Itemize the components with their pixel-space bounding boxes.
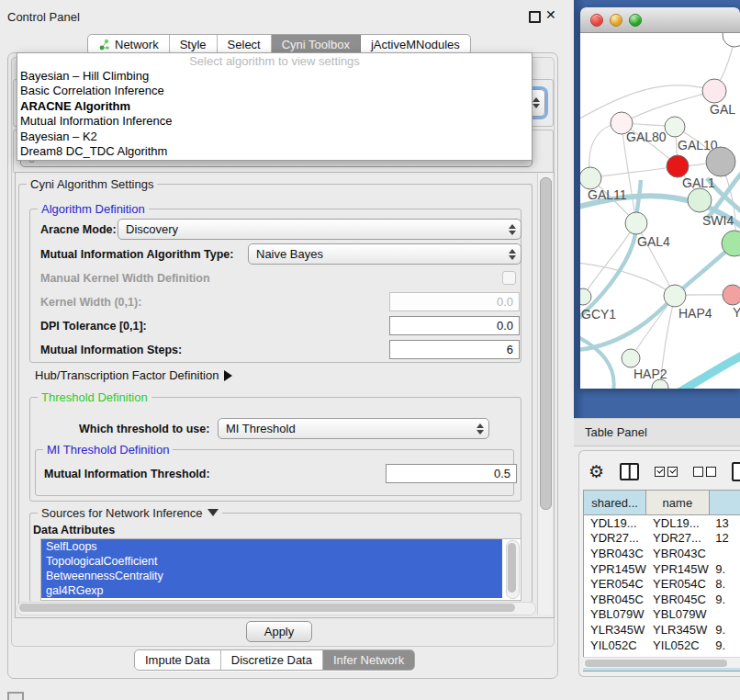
network-node[interactable] [622,349,640,367]
tab-jactivemnodules[interactable]: jActiveMNodules [361,35,470,54]
network-edge[interactable] [580,243,734,350]
tab-label: Infer Network [333,653,404,667]
dropdown-hint: Select algorithm to view settings [17,53,532,69]
table-cell: 9. [709,592,740,607]
network-node[interactable] [706,147,735,176]
export-table-icon[interactable] [732,462,740,481]
table-cell: YBR043C [646,546,709,561]
dropdown-item[interactable]: Bayesian – Hill Climbing [17,69,532,84]
select-all-columns-icon[interactable] [655,467,678,477]
which-threshold-combobox[interactable]: MI Threshold [218,418,489,439]
network-edge[interactable] [622,91,714,123]
table-row[interactable]: YDL19...YDL19...13 [584,515,740,531]
tab-style[interactable]: Style [170,35,218,54]
tab-infer-network[interactable]: Infer Network [323,650,414,670]
network-node[interactable] [580,167,601,189]
network-edge[interactable] [678,355,740,389]
column-header[interactable] [710,491,740,514]
table-cell: YBR045C [646,592,709,607]
zoom-traffic-light-icon[interactable] [629,14,642,27]
mi-threshold-field[interactable]: 0.5 [386,464,517,483]
hub-definition-toggle[interactable]: Hub/Transcription Factor Definition [35,368,232,382]
table-row[interactable]: YER054CYER054C8. [584,576,740,592]
dpi-tolerance-field[interactable]: 0.0 [389,316,520,335]
table-cell: YBR045C [584,592,646,607]
tab-label: Cyni Toolbox [282,38,350,51]
tab-cyni-toolbox[interactable]: Cyni Toolbox [272,35,361,54]
table-cell: 9. [709,622,740,638]
table-footer-strip [583,668,740,671]
apply-button[interactable]: Apply [246,621,312,642]
network-node[interactable] [664,285,686,307]
tab-impute-data[interactable]: Impute Data [135,650,221,670]
dropdown-item[interactable]: Mutual Information Inference [17,114,532,129]
attribute-item[interactable]: SelfLoops [41,539,502,554]
table-row[interactable]: YBL079WYBL079W [584,607,740,623]
network-edge[interactable] [580,85,714,120]
mi-type-combobox[interactable]: Naive Bayes [248,243,521,265]
mi-type-label: Mutual Information Algorithm Type: [40,248,233,261]
table-row[interactable]: YBR045CYBR045C9. [584,592,740,607]
column-header[interactable]: name [646,491,709,514]
network-node[interactable] [625,212,647,234]
network-node[interactable] [702,79,726,103]
network-node[interactable] [580,288,591,305]
network-node[interactable] [723,285,740,305]
settings-horizontal-scrollbar[interactable] [17,602,536,615]
table-cell: YPR145W [646,561,709,577]
network-node[interactable] [723,33,740,47]
network-edge[interactable] [590,166,678,178]
attribute-item[interactable]: TopologicalCoefficient [41,554,502,569]
close-icon[interactable]: ✕ [545,7,556,22]
table-cell: 8. [709,576,740,592]
aracne-mode-combobox[interactable]: Discovery [118,219,521,240]
kernel-width-field[interactable]: 0.0 [389,292,520,311]
tab-label: Style [180,38,207,51]
close-traffic-light-icon[interactable] [590,14,603,27]
dropdown-item[interactable]: Bayesian – K2 [17,130,532,144]
table-cell: YDR27... [584,531,646,547]
deselect-all-columns-icon[interactable] [693,467,716,477]
network-canvas[interactable]: GALGAL80GAL10GAL1GAL11SWI4GAL4GCY1HAP4YH… [580,33,740,389]
table-row[interactable]: YBR043CYBR043C [584,546,740,561]
table-cell [709,607,740,623]
tab-select[interactable]: Select [218,35,272,54]
table-row[interactable]: YIL052CYIL052C9. [584,638,740,653]
attribute-item[interactable]: BetweennessCentrality [41,569,502,583]
table-cell: YBL079W [584,607,646,623]
corner-grip[interactable] [7,692,24,700]
table-cell: YIL052C [584,638,646,653]
table-cell: YPR145W [584,561,646,577]
dropdown-item[interactable]: Basic Correlation Inference [17,84,532,98]
settings-vertical-scrollbar[interactable] [537,174,552,615]
tab-network[interactable]: Network [88,35,170,54]
gear-icon[interactable]: ⚙ [589,463,604,480]
table-cell: YDL19... [646,515,709,531]
table-row[interactable]: YDR27...YDR27...12 [584,531,740,547]
dropdown-item[interactable]: Dream8 DC_TDC Algorithm [17,144,532,159]
manual-kernel-checkbox[interactable] [502,271,516,285]
combo-arrows-icon [472,423,488,435]
network-node[interactable] [667,155,689,177]
table-row[interactable]: YLR345WYLR345W9. [584,622,740,638]
mi-steps-field[interactable]: 6 [389,340,520,359]
node-label: GAL80 [626,130,667,144]
tab-discretize-data[interactable]: Discretize Data [221,650,323,670]
split-columns-icon[interactable] [620,463,639,480]
minimize-traffic-light-icon[interactable] [610,14,622,27]
network-view-window[interactable]: GALGAL80GAL10GAL1GAL11SWI4GAL4GCY1HAP4YH… [580,7,740,389]
float-window-icon[interactable] [529,11,541,23]
column-header[interactable]: shared... [584,491,646,514]
table-cell: YBR043C [584,546,646,561]
attribute-list-scrollbar[interactable] [506,540,520,599]
attribute-item[interactable]: gal4RGexp [41,583,502,598]
network-node[interactable] [665,117,685,137]
kernel-width-label: Kernel Width (0,1): [40,296,141,309]
table-cell: YLR345W [584,622,646,638]
dropdown-item[interactable]: ARACNE Algorithm [17,99,532,114]
tab-label: Select [228,38,261,51]
network-window-titlebar[interactable] [580,7,740,33]
table-row[interactable]: YPR145WYPR145W9. [584,561,740,577]
mi-steps-label: Mutual Information Steps: [40,344,182,356]
network-node[interactable] [688,188,712,212]
